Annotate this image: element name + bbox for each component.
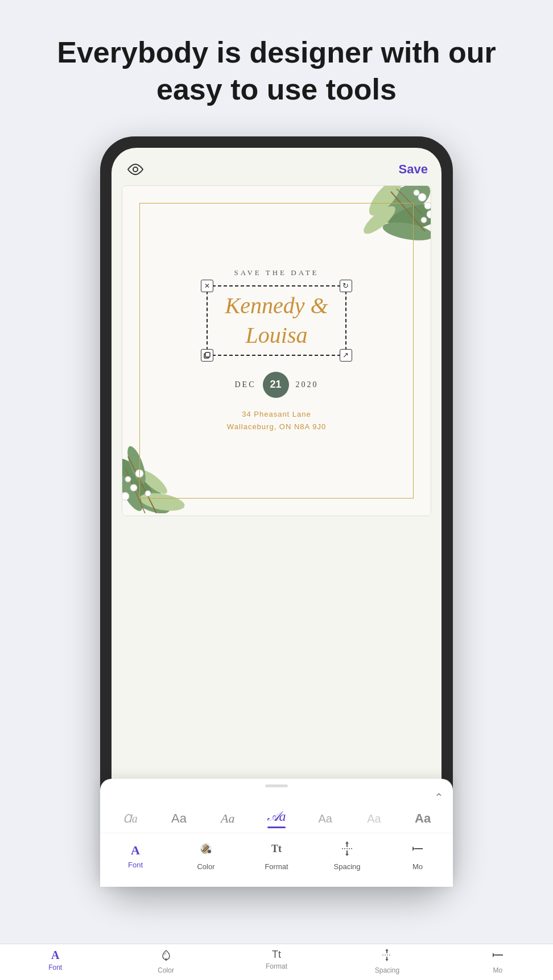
tab-spacing[interactable]: Spacing [332, 949, 442, 974]
tab-more-icon [492, 949, 504, 965]
date-year: 2020 [296, 380, 319, 389]
svg-rect-27 [205, 352, 210, 357]
svg-point-37 [165, 958, 167, 961]
tab-color[interactable]: Color [110, 949, 221, 974]
tab-font[interactable]: A Font [0, 949, 110, 974]
invitation-card: SAVE THE DATE ✕ ↻ [122, 185, 431, 516]
font-selector-row: Ɑa Aa Aa 𝒜a [112, 804, 441, 833]
top-bar: Save [112, 148, 441, 185]
format-label: Format [265, 862, 288, 871]
format-icon: Tt [269, 841, 284, 859]
tab-more-label: Mo [493, 966, 502, 974]
font-option-6[interactable]: Aa [398, 807, 441, 830]
font-option-5[interactable]: Aa [350, 808, 399, 830]
toolbar-more[interactable]: Mo [382, 839, 441, 873]
svg-marker-34 [345, 854, 349, 856]
tab-color-label: Color [158, 966, 174, 974]
svg-point-0 [133, 167, 138, 172]
font-icon: A [131, 843, 140, 858]
svg-text:Tt: Tt [271, 843, 282, 854]
address-text: 34 Pheasant Lane Wallaceburg, ON N8A 9J0 [227, 408, 326, 433]
bottom-sheet: ⌃ Ɑa Aa Aa [112, 779, 441, 875]
toolbar-format[interactable]: Tt Format [241, 839, 312, 873]
card-text-area: SAVE THE DATE ✕ ↻ [122, 186, 431, 516]
drag-handle[interactable] [265, 784, 288, 787]
handle-delete[interactable]: ✕ [201, 280, 213, 292]
tab-more[interactable]: Mo [443, 949, 553, 974]
more-label: Mo [412, 862, 423, 871]
handle-resize[interactable]: ↗ [340, 349, 352, 362]
handle-rotate[interactable]: ↻ [340, 280, 352, 292]
color-icon [199, 841, 213, 859]
save-the-date-text: SAVE THE DATE [234, 268, 319, 277]
toolbar-font[interactable]: A Font [112, 841, 171, 871]
color-label: Color [197, 862, 214, 871]
phone-content: Save [112, 148, 441, 875]
tab-format[interactable]: Tt Format [221, 949, 332, 974]
svg-marker-41 [386, 959, 389, 961]
font-option-4[interactable]: Aa [301, 808, 350, 830]
editing-toolbar: A Font [112, 833, 441, 875]
date-row: DEC 21 2020 [235, 372, 319, 398]
hero-headline: Everybody is designer with our easy to u… [0, 0, 553, 125]
tab-spacing-icon [381, 949, 393, 965]
font-option-2[interactable]: Aa [203, 807, 252, 830]
phone-frame: Save [100, 136, 453, 887]
tab-font-icon: A [51, 949, 59, 962]
tab-spacing-label: Spacing [375, 966, 399, 974]
font-label: Font [128, 861, 143, 869]
font-option-3[interactable]: 𝒜a [252, 804, 301, 833]
card-canvas[interactable]: SAVE THE DATE ✕ ↻ [122, 186, 431, 516]
spacing-icon [340, 841, 354, 859]
bottom-tab-bar: A Font Color Tt Format Spacing [0, 944, 553, 980]
spacing-label: Spacing [334, 862, 361, 871]
phone-mockup: Save [0, 136, 553, 887]
tab-format-label: Format [266, 962, 287, 970]
tab-format-icon: Tt [272, 949, 281, 961]
tab-color-icon [160, 949, 172, 965]
sheet-up-arrow[interactable]: ⌃ [112, 791, 441, 804]
names-text: Kennedy & Louisa [225, 291, 328, 350]
font-option-0[interactable]: Ɑa [112, 807, 155, 830]
date-month: DEC [235, 380, 256, 389]
svg-marker-39 [386, 949, 389, 951]
toolbar-spacing[interactable]: Spacing [312, 839, 382, 873]
save-button[interactable]: Save [399, 162, 428, 177]
date-day-circle: 21 [263, 372, 289, 398]
phone-inner: Save [112, 148, 441, 875]
svg-marker-32 [345, 841, 349, 844]
text-selection-box[interactable]: ✕ ↻ ↗ Kennedy & [207, 285, 346, 356]
toolbar-color[interactable]: Color [171, 839, 241, 873]
handle-duplicate[interactable] [201, 349, 213, 362]
tab-font-label: Font [48, 964, 62, 971]
svg-point-29 [208, 850, 211, 853]
font-option-1[interactable]: Aa [155, 807, 204, 830]
more-icon [410, 841, 425, 859]
preview-button[interactable] [125, 159, 146, 180]
